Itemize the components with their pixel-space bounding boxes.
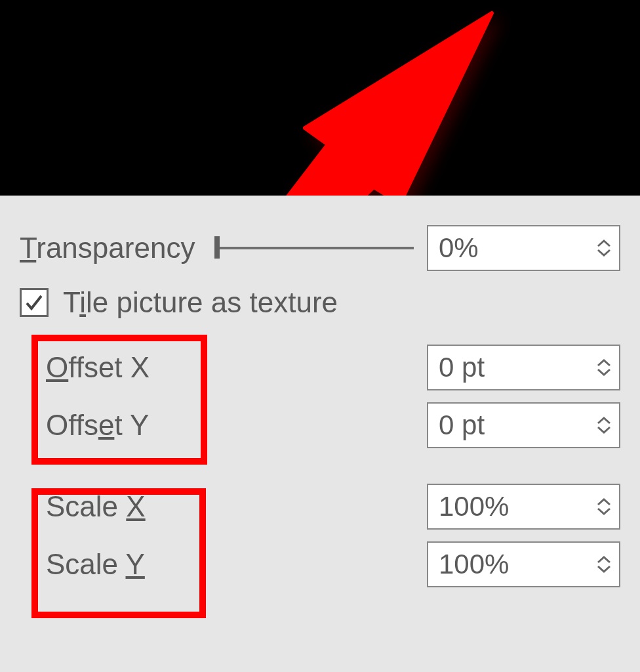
transparency-label: Transparency [20,232,195,264]
chevron-up-icon[interactable] [596,239,612,248]
chevron-down-icon[interactable] [596,368,612,377]
offset-x-value[interactable]: 0 pt [428,346,589,389]
scale-x-label: Scale X [46,490,236,523]
offset-y-row: Offset Y 0 pt [20,396,620,454]
spinner-buttons[interactable] [589,485,619,528]
transparency-row: Transparency 0% [20,224,620,272]
scale-x-value[interactable]: 100% [428,485,589,528]
scale-y-row: Scale Y 100% [20,536,620,593]
offset-y-value[interactable]: 0 pt [428,404,589,447]
offset-x-spinner[interactable]: 0 pt [427,345,620,390]
chevron-down-icon[interactable] [596,248,612,257]
spinner-buttons[interactable] [589,404,619,447]
spinner-buttons[interactable] [589,346,619,389]
checkmark-icon [24,293,44,312]
scale-y-spinner[interactable]: 100% [427,541,620,587]
transparency-spinner[interactable]: 0% [427,225,620,271]
tile-label: Tile picture as texture [63,286,338,319]
offset-x-row: Offset X 0 pt [20,339,620,396]
chevron-down-icon[interactable] [596,507,612,516]
offset-y-spinner[interactable]: 0 pt [427,402,620,448]
offset-y-label: Offset Y [46,409,236,442]
spinner-buttons[interactable] [589,226,619,270]
chevron-down-icon[interactable] [596,425,612,434]
chevron-up-icon[interactable] [596,555,612,564]
transparency-slider-thumb[interactable] [214,236,220,259]
chevron-up-icon[interactable] [596,416,612,425]
format-fill-panel: Transparency 0% Tile picture as texture … [0,196,640,672]
tile-checkbox[interactable] [20,288,49,317]
scale-x-row: Scale X 100% [20,478,620,536]
tile-checkbox-row: Tile picture as texture [20,286,620,319]
chevron-up-icon[interactable] [596,497,612,507]
top-black-area [0,0,640,196]
scale-y-label: Scale Y [46,548,236,581]
chevron-up-icon[interactable] [596,358,612,368]
transparency-slider[interactable] [214,247,414,249]
offset-x-label: Offset X [46,351,236,384]
spinner-buttons[interactable] [589,543,619,586]
transparency-value[interactable]: 0% [428,226,589,270]
scale-x-spinner[interactable]: 100% [427,484,620,530]
scale-y-value[interactable]: 100% [428,543,589,586]
chevron-down-icon[interactable] [596,564,612,574]
